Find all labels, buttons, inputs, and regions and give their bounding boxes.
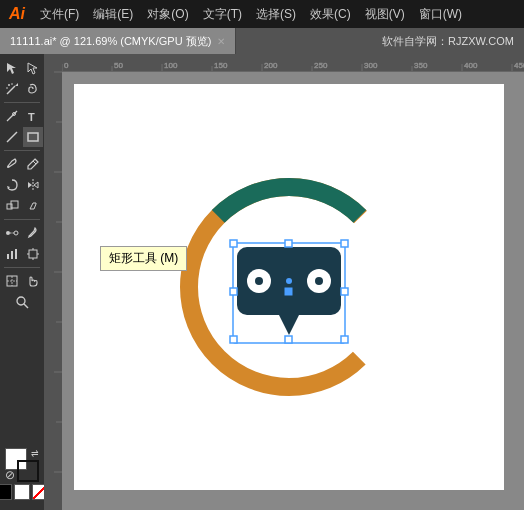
toolbar: T (0, 54, 44, 510)
svg-point-16 (14, 231, 18, 235)
svg-rect-69 (285, 240, 292, 247)
svg-rect-76 (285, 288, 292, 295)
svg-rect-8 (28, 133, 38, 141)
menu-edit[interactable]: 编辑(E) (87, 4, 139, 25)
ai-logo: Ai (6, 4, 28, 24)
reflect-tool[interactable] (23, 175, 43, 195)
ruler-horizontal: 0 50 100 150 200 250 300 350 400 450 (44, 54, 524, 72)
tab-secondary[interactable]: 软件自学网：RJZXW.COM (372, 28, 524, 54)
menu-window[interactable]: 窗口(W) (413, 4, 468, 25)
svg-rect-22 (29, 250, 37, 258)
svg-text:100: 100 (164, 61, 178, 70)
svg-text:450: 450 (514, 61, 524, 70)
svg-text:0: 0 (64, 61, 69, 70)
svg-rect-70 (341, 240, 348, 247)
menu-effect[interactable]: 效果(C) (304, 4, 357, 25)
rotate-tool[interactable] (2, 175, 22, 195)
canvas-area[interactable]: 0 50 100 150 200 250 300 350 400 450 (44, 54, 524, 510)
slice-tool[interactable] (2, 271, 22, 291)
svg-line-7 (7, 132, 17, 142)
swap-colors-icon[interactable]: ⇌ (31, 448, 39, 458)
svg-point-80 (315, 277, 323, 285)
tool-group-scale (2, 196, 43, 216)
pen-tool[interactable] (2, 106, 22, 126)
svg-point-2 (8, 84, 10, 86)
svg-rect-21 (15, 249, 17, 259)
black-swatch[interactable] (0, 484, 12, 500)
svg-marker-1 (15, 83, 18, 86)
scale-tool[interactable] (2, 196, 22, 216)
svg-rect-71 (230, 336, 237, 343)
tab-secondary-label: 软件自学网：RJZXW.COM (382, 34, 514, 49)
swatch-container: ⇌ ⊘ (5, 448, 39, 482)
svg-text:300: 300 (364, 61, 378, 70)
type-tool[interactable]: T (23, 106, 43, 126)
color-swatches: ⇌ ⊘ (0, 448, 48, 506)
direct-selection-tool[interactable] (23, 58, 43, 78)
svg-rect-74 (230, 288, 237, 295)
lasso-tool[interactable] (23, 79, 43, 99)
menu-object[interactable]: 对象(O) (141, 4, 194, 25)
svg-point-3 (6, 87, 8, 89)
svg-rect-68 (230, 240, 237, 247)
menu-file[interactable]: 文件(F) (34, 4, 85, 25)
separator-1 (4, 102, 40, 103)
svg-text:150: 150 (214, 61, 228, 70)
tool-group-magic (2, 79, 43, 99)
svg-text:400: 400 (464, 61, 478, 70)
separator-4 (4, 267, 40, 268)
tool-group-graph (2, 244, 43, 264)
tab-active-label: 11111.ai* @ 121.69% (CMYK/GPU 预览) (10, 34, 211, 49)
separator-2 (4, 150, 40, 151)
tool-group-rotate (2, 175, 43, 195)
menu-type[interactable]: 文字(T) (197, 4, 248, 25)
svg-point-4 (11, 83, 13, 85)
tool-group-line (2, 127, 43, 147)
pencil-tool[interactable] (23, 154, 43, 174)
separator-3 (4, 219, 40, 220)
magic-wand-tool[interactable] (2, 79, 22, 99)
main-area: T (0, 54, 524, 510)
svg-point-15 (6, 231, 10, 235)
svg-rect-53 (44, 54, 62, 510)
tool-group-pen: T (2, 106, 43, 126)
svg-rect-75 (341, 288, 348, 295)
svg-line-10 (33, 161, 36, 164)
ruler-vertical (44, 54, 62, 510)
tab-bar: 11111.ai* @ 121.69% (CMYK/GPU 预览) ✕ 软件自学… (0, 28, 524, 54)
line-tool[interactable] (2, 127, 22, 147)
graph-tool[interactable] (2, 244, 22, 264)
svg-rect-72 (285, 336, 292, 343)
svg-text:200: 200 (264, 61, 278, 70)
tab-active[interactable]: 11111.ai* @ 121.69% (CMYK/GPU 预览) ✕ (0, 28, 236, 54)
hand-tool[interactable] (23, 271, 43, 291)
white-swatch[interactable] (14, 484, 30, 500)
zoom-tool[interactable] (12, 292, 32, 312)
artboard-tool[interactable] (23, 244, 43, 264)
blend-tool[interactable] (2, 223, 22, 243)
tab-close-btn[interactable]: ✕ (217, 36, 225, 47)
svg-text:T: T (28, 111, 35, 123)
shear-tool[interactable] (23, 196, 43, 216)
default-swatches (0, 484, 48, 500)
title-bar: Ai 文件(F) 编辑(E) 对象(O) 文字(T) 选择(S) 效果(C) 视… (0, 0, 524, 28)
none-icon[interactable]: ⊘ (5, 468, 15, 482)
canvas-document (74, 84, 504, 490)
svg-text:350: 350 (414, 61, 428, 70)
eyedropper-tool[interactable] (23, 223, 43, 243)
paintbrush-tool[interactable] (2, 154, 22, 174)
rectangle-tool[interactable] (23, 127, 43, 147)
tool-group-zoom (12, 292, 32, 312)
artwork (169, 167, 409, 407)
svg-line-0 (7, 86, 15, 94)
svg-point-30 (17, 297, 25, 305)
tool-group-selection (2, 58, 43, 78)
svg-point-9 (7, 166, 9, 168)
menu-view[interactable]: 视图(V) (359, 4, 411, 25)
svg-rect-19 (7, 254, 9, 259)
menu-select[interactable]: 选择(S) (250, 4, 302, 25)
selection-tool[interactable] (2, 58, 22, 78)
title-menu: 文件(F) 编辑(E) 对象(O) 文字(T) 选择(S) 效果(C) 视图(V… (34, 4, 468, 25)
stroke-swatch[interactable] (17, 460, 39, 482)
svg-text:50: 50 (114, 61, 123, 70)
